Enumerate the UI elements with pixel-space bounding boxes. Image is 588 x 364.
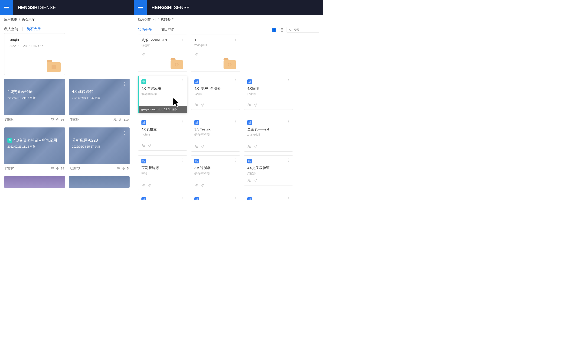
- app-card[interactable]: [69, 176, 130, 188]
- more-icon[interactable]: ⋮: [181, 196, 185, 200]
- app-card[interactable]: ⋮ 析 全图表——zxl zhangxiuli: [244, 117, 293, 152]
- menu-icon[interactable]: [0, 0, 13, 15]
- more-icon[interactable]: ⋮: [181, 158, 185, 162]
- more-icon[interactable]: ⋮: [58, 81, 62, 87]
- card-title: 3.6 过滤器: [194, 166, 237, 170]
- folder-card[interactable]: renqin 2022-02-23 08:47:07: [4, 33, 65, 75]
- more-icon[interactable]: ⋮: [181, 78, 185, 83]
- more-icon[interactable]: ⋮: [234, 37, 238, 42]
- card-updated: 2022/02/23 15:57 更新: [72, 145, 126, 149]
- app-card[interactable]: ⋮ 析 4.0跳转迭代回测 邝家帅: [138, 194, 187, 200]
- folder-icon: [47, 60, 61, 72]
- app-card[interactable]: ⋮ 析 4.0表格支 邝家帅: [138, 117, 187, 151]
- tab-team[interactable]: 团队空间: [160, 28, 174, 32]
- svg-rect-10: [272, 30, 274, 32]
- more-icon[interactable]: ⋮: [234, 158, 238, 162]
- app-card[interactable]: [4, 176, 65, 188]
- card-owner: 邝家帅: [5, 166, 51, 170]
- tab-hall[interactable]: 衡石大厅: [27, 27, 41, 31]
- breadcrumb: 应用创作 ∨ / 我的创作: [134, 15, 323, 24]
- card-title: 4.0跳转迭代: [72, 89, 93, 94]
- more-icon[interactable]: ⋮: [287, 119, 291, 124]
- analyze-badge: 析: [247, 159, 252, 163]
- tab-my[interactable]: 我的创作: [138, 28, 152, 32]
- more-icon[interactable]: ⋮: [181, 37, 185, 42]
- tab-private[interactable]: 私人空间: [4, 27, 18, 31]
- query-badge: 查: [7, 138, 12, 143]
- card-updated: 2022/02/19 11:06 更新: [72, 96, 126, 100]
- view-count: 110: [124, 118, 129, 121]
- more-icon[interactable]: ⋮: [287, 158, 291, 162]
- app-card[interactable]: ⋮ 析 4.0test (1) 邝家帅: [191, 194, 240, 200]
- svg-point-28: [248, 104, 249, 105]
- svg-point-41: [249, 180, 250, 181]
- app-card[interactable]: ⋮ 析 3.5 Testing gaoyanyang: [191, 117, 240, 152]
- app-card[interactable]: ⋮ 析 医疗大屏- 陈佳君: [244, 194, 293, 200]
- svg-point-33: [196, 146, 197, 147]
- breadcrumb-item[interactable]: 我的创作: [160, 17, 173, 22]
- tabs: 私人空间 衡石大厅: [0, 24, 134, 33]
- more-icon[interactable]: ⋮: [287, 196, 291, 200]
- more-icon[interactable]: ⋮: [181, 119, 185, 124]
- more-icon[interactable]: ⋮: [58, 130, 62, 135]
- svg-point-6: [118, 167, 119, 168]
- list-view-icon[interactable]: [279, 28, 284, 32]
- menu-icon[interactable]: [134, 0, 147, 15]
- app-card[interactable]: ⋮ 4.0交叉表验证 2022/02/18 21:15 更新 邝家帅 16: [4, 79, 65, 124]
- app-card[interactable]: ⋮ 析 4.0回测 邝家帅: [244, 76, 293, 110]
- svg-point-2: [114, 118, 115, 119]
- tabs: 我的创作 团队空间: [134, 24, 323, 35]
- folder-card[interactable]: ⋮ 1 zhangxiuli: [191, 35, 240, 72]
- card-owner: zhangxiuli: [247, 133, 290, 136]
- more-icon[interactable]: ⋮: [123, 130, 127, 135]
- more-icon[interactable]: ⋮: [234, 119, 238, 124]
- more-icon[interactable]: ⋮: [234, 78, 238, 83]
- card-owner: gaoyanyang: [141, 92, 184, 95]
- analyze-badge: 析: [247, 197, 252, 200]
- more-icon[interactable]: ⋮: [287, 78, 291, 83]
- card-owner: 邝家帅: [141, 133, 184, 137]
- card-updated: 2022/02/18 21:15 更新: [7, 96, 62, 100]
- analyze-badge: 析: [141, 197, 146, 200]
- app-card[interactable]: ⋮ 析 3.6 过滤器 gaoyanyang: [191, 155, 240, 190]
- folder-card[interactable]: ⋮ 贰爷_ demo_4.0 范雪至: [138, 35, 187, 72]
- card-owner: lijing: [141, 172, 184, 175]
- folder-name: 1: [194, 38, 237, 42]
- svg-point-4: [51, 167, 52, 168]
- svg-line-19: [291, 30, 292, 31]
- card-title: 4.0回测: [247, 86, 290, 91]
- svg-point-37: [144, 184, 144, 185]
- svg-rect-17: [281, 31, 283, 32]
- app-card[interactable]: ⋮ 析 4.0_贰爷_全图表 范雪至: [191, 76, 240, 110]
- analyze-badge: 析: [247, 120, 252, 125]
- svg-point-20: [142, 53, 143, 54]
- folder-name: renqin: [9, 38, 61, 42]
- grid-view-icon[interactable]: [272, 28, 276, 32]
- breadcrumb-item[interactable]: 应用集市: [4, 17, 17, 22]
- svg-rect-12: [280, 28, 280, 29]
- card-owner: gaoyanyang: [194, 172, 237, 175]
- card-owner: 邝家帅: [70, 117, 113, 122]
- chevron-down-icon[interactable]: ∨: [152, 18, 156, 21]
- breadcrumb-item[interactable]: 应用创作: [138, 17, 151, 22]
- more-icon[interactable]: ⋮: [234, 196, 238, 200]
- more-icon[interactable]: ⋮: [123, 81, 127, 87]
- app-card[interactable]: ⋮ 析 4.0交叉表验证 邝家帅: [244, 155, 293, 185]
- analyze-badge: 析: [247, 79, 252, 84]
- app-card[interactable]: ⋮ 析 宝马新能源 lijing: [138, 155, 187, 190]
- card-owner: gaoyanyang: [194, 133, 237, 136]
- search-input[interactable]: [287, 27, 319, 33]
- card-owner: 邝家帅: [247, 92, 290, 96]
- svg-point-34: [248, 145, 249, 146]
- card-title: 3.5 Testing: [194, 127, 237, 131]
- svg-point-36: [142, 184, 143, 185]
- svg-point-26: [195, 104, 196, 105]
- breadcrumb: 应用集市 / 衡石大厅: [0, 15, 134, 24]
- app-card[interactable]: ⋮ 4.0跳转迭代 2022/02/19 11:06 更新 邝家帅 110: [69, 79, 130, 124]
- svg-point-30: [142, 144, 143, 146]
- app-card[interactable]: ⋮ 查 4.0 查询应用 gaoyanyang gaoyanyang今天 11:…: [138, 76, 187, 113]
- app-card[interactable]: ⋮ 分析应用-0223 2022/02/23 15:57 更新 纪测试1 5: [69, 127, 130, 172]
- app-card[interactable]: ⋮ 查4.0交叉表验证--查询应用 2022/02/21 11:18 更新 邝家…: [4, 127, 65, 172]
- breadcrumb-item[interactable]: 衡石大厅: [22, 17, 35, 22]
- svg-point-38: [195, 184, 196, 185]
